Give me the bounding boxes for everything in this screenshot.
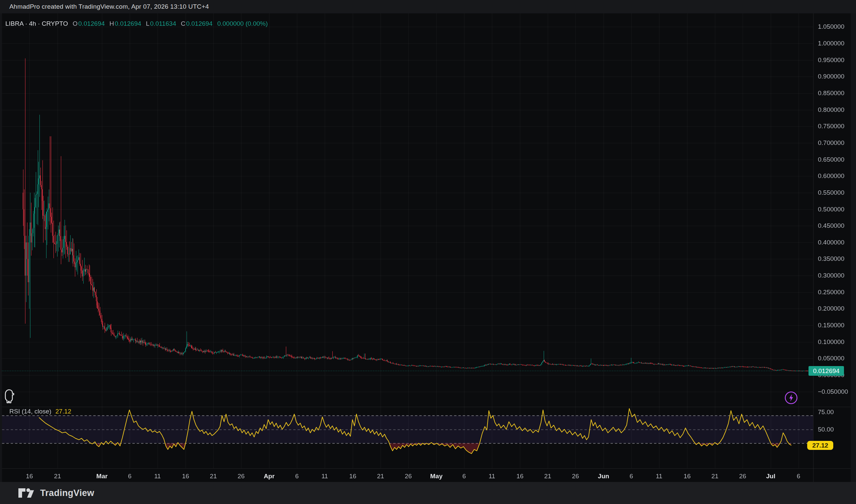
time-axis-label: 26 xyxy=(237,473,244,480)
price-axis-label: 0.600000 xyxy=(818,172,844,180)
time-axis-label: 26 xyxy=(572,473,579,480)
price-axis-label: 0.650000 xyxy=(818,156,844,163)
time-axis-label: 16 xyxy=(349,473,356,480)
time-axis-label: 21 xyxy=(377,473,384,480)
time-axis-label: 11 xyxy=(321,473,328,480)
tradingview-logo[interactable] xyxy=(18,488,35,498)
price-axis-label: 0.350000 xyxy=(818,255,844,263)
time-axis-label: Mar xyxy=(96,473,108,480)
time-axis-label: 16 xyxy=(26,473,33,480)
symbol-title: LIBRA · 4h · CRYPTO xyxy=(5,20,68,28)
price-axis-label: −0.050000 xyxy=(818,388,848,395)
price-axis-label: 0.250000 xyxy=(818,289,844,296)
change-value: 0.000000 (0.00%) xyxy=(217,20,268,28)
rsi-value-badge: 27.12 xyxy=(807,441,833,450)
time-axis-label: 11 xyxy=(154,473,161,480)
price-axis-label: 0.800000 xyxy=(818,106,844,113)
ohlc-high: H0.012694 xyxy=(109,20,141,28)
rsi-legend[interactable]: RSI (14, close) 27.12 xyxy=(10,408,71,415)
price-axis-label: 0.300000 xyxy=(818,272,844,279)
time-axis-label: Jul xyxy=(766,473,775,480)
price-axis-label: 0.450000 xyxy=(818,222,844,230)
price-axis-label: 1.000000 xyxy=(818,40,844,47)
price-axis-label: 0.950000 xyxy=(818,56,844,64)
tradingview-snapshot: AhmadPro created with TradingView.com, A… xyxy=(0,0,856,504)
brand-wordmark[interactable]: TradingView xyxy=(40,488,94,498)
time-axis-label: 11 xyxy=(656,473,662,480)
price-axis-label: 1.050000 xyxy=(818,23,844,30)
dino-icon xyxy=(4,388,15,403)
time-axis-label: 21 xyxy=(210,473,217,480)
time-axis-label: 26 xyxy=(739,473,746,480)
price-axis-label: 0.100000 xyxy=(818,338,844,346)
rsi-axis-label: 75.00 xyxy=(818,409,834,416)
price-axis-label: 0.900000 xyxy=(818,73,844,80)
chart-canvas[interactable] xyxy=(2,13,851,482)
price-axis-label: 0.200000 xyxy=(818,305,844,312)
ohlc-close: C0.012694 xyxy=(181,20,213,28)
ohlc-open: O0.012694 xyxy=(72,20,105,28)
attribution-text: AhmadPro created with TradingView.com, A… xyxy=(10,3,209,10)
price-axis-label: 0.750000 xyxy=(818,123,844,130)
time-axis-label: 16 xyxy=(182,473,189,480)
last-price-badge: 0.012694 xyxy=(808,366,844,376)
chart-area xyxy=(2,13,851,482)
time-axis-label: 6 xyxy=(462,473,466,480)
time-axis-label: May xyxy=(430,473,443,480)
time-axis-label: 6 xyxy=(630,473,633,480)
symbol-legend[interactable]: LIBRA · 4h · CRYPTO O0.012694 H0.012694 … xyxy=(5,20,268,28)
lightning-boost-icon[interactable] xyxy=(784,391,798,405)
rsi-axis-label: 50.00 xyxy=(818,426,834,433)
time-axis-label: 11 xyxy=(489,473,495,480)
time-axis-label: Apr xyxy=(264,473,275,480)
rsi-title: RSI (14, close) xyxy=(10,408,51,415)
price-axis-label: 0.550000 xyxy=(818,189,844,196)
time-axis-label: 6 xyxy=(797,473,801,480)
time-axis-label: 16 xyxy=(516,473,523,480)
rsi-value: 27.12 xyxy=(55,408,71,415)
time-axis-label: Jun xyxy=(598,473,609,480)
time-axis-label: 21 xyxy=(54,473,61,480)
footer-bar: TradingView xyxy=(0,482,856,504)
time-axis-label: 21 xyxy=(544,473,551,480)
price-axis-label: 0.150000 xyxy=(818,322,844,329)
price-axis-label: 0.500000 xyxy=(818,206,844,213)
time-axis-label: 26 xyxy=(405,473,412,480)
time-axis-label: 21 xyxy=(711,473,718,480)
snapshot-header: AhmadPro created with TradingView.com, A… xyxy=(0,0,856,13)
time-axis-label: 6 xyxy=(295,473,299,480)
price-axis-label: 0.700000 xyxy=(818,139,844,147)
price-axis-label: 0.400000 xyxy=(818,239,844,246)
time-axis-label: 16 xyxy=(683,473,690,480)
price-axis-label: 0.050000 xyxy=(818,355,844,362)
time-axis-label: 6 xyxy=(128,473,132,480)
price-axis-label: 0.850000 xyxy=(818,90,844,97)
ohlc-low: L0.011634 xyxy=(146,20,176,28)
